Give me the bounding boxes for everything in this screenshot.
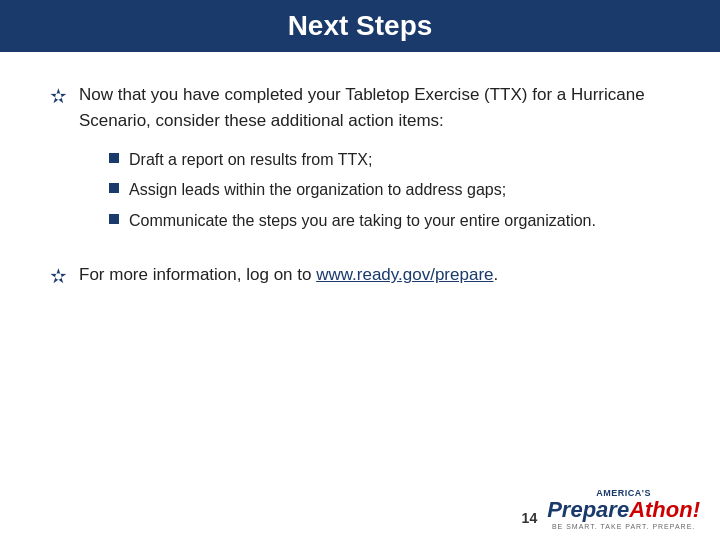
logo-athon-text: Athon!: [629, 497, 700, 522]
logo-container: AMERICA'S PrepareAthon! BE SMART. TAKE P…: [547, 488, 700, 530]
ready-gov-link[interactable]: www.ready.gov/prepare: [316, 265, 493, 284]
sub-list-item-2: Assign leads within the organization to …: [109, 179, 680, 201]
slide-header: Next Steps: [0, 0, 720, 52]
bullet-text-2: For more information, log on to www.read…: [79, 262, 498, 288]
sub-list: Draft a report on results from TTX; Assi…: [109, 149, 680, 232]
bullet-text-1: Now that you have completed your Tableto…: [79, 82, 680, 240]
page-number: 14: [522, 510, 538, 526]
sub-list-text-3: Communicate the steps you are taking to …: [129, 210, 596, 232]
logo-prepare-text: Prepare: [547, 497, 629, 522]
star-icon-1: ✫: [50, 84, 67, 108]
sub-bullet-icon-1: [109, 153, 119, 163]
bullet-item-2: ✫ For more information, log on to www.re…: [50, 262, 680, 288]
sub-list-item-1: Draft a report on results from TTX;: [109, 149, 680, 171]
logo-prepareathon: PrepareAthon!: [547, 499, 700, 521]
logo-tagline-text: BE SMART. TAKE PART. PREPARE.: [547, 523, 700, 530]
bullet-text-main: Now that you have completed your Tableto…: [79, 85, 645, 130]
sub-bullet-icon-2: [109, 183, 119, 193]
sub-list-text-1: Draft a report on results from TTX;: [129, 149, 372, 171]
bullet2-prefix: For more information, log on to: [79, 265, 316, 284]
bullet2-suffix: .: [494, 265, 499, 284]
slide-title: Next Steps: [288, 10, 433, 41]
slide-content: ✫ Now that you have completed your Table…: [0, 52, 720, 330]
slide-footer: 14 AMERICA'S PrepareAthon! BE SMART. TAK…: [522, 488, 700, 530]
sub-list-item-3: Communicate the steps you are taking to …: [109, 210, 680, 232]
star-icon-2: ✫: [50, 264, 67, 288]
sub-bullet-icon-3: [109, 214, 119, 224]
bullet-item-1: ✫ Now that you have completed your Table…: [50, 82, 680, 240]
sub-list-text-2: Assign leads within the organization to …: [129, 179, 506, 201]
